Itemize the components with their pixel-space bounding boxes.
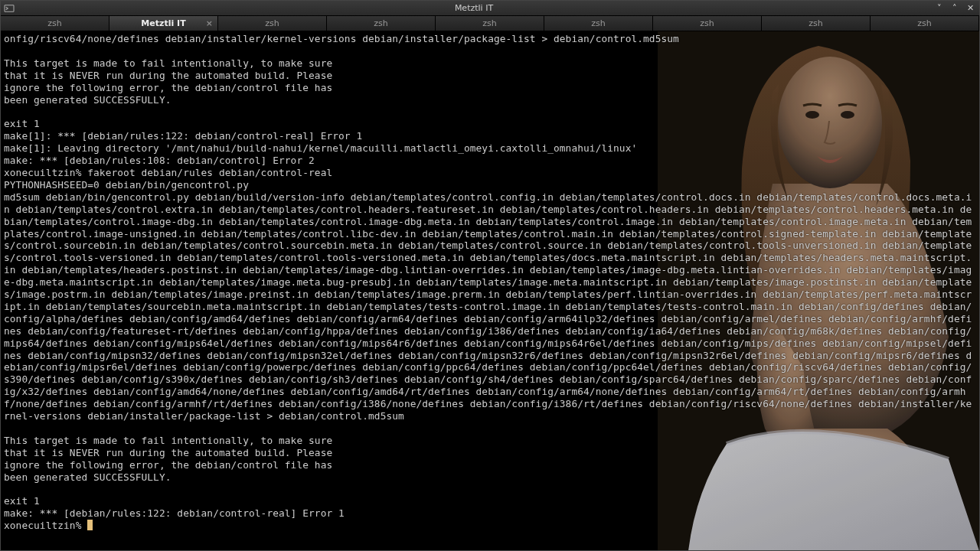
tab-1[interactable]: Metztli IT× [109, 16, 218, 31]
cursor [87, 520, 93, 530]
terminal-viewport[interactable]: onfig/riscv64/none/defines debian/instal… [1, 31, 979, 550]
tab-label: zsh [265, 18, 279, 28]
tab-label: zsh [591, 18, 605, 28]
close-button[interactable]: ✕ [964, 3, 976, 14]
tab-label: zsh [917, 18, 931, 28]
window-title: Metztli IT [15, 3, 933, 13]
tab-7[interactable]: zsh [762, 16, 871, 31]
maximize-button[interactable]: ˄ [949, 3, 961, 14]
tab-8[interactable]: zsh [871, 16, 979, 31]
app-icon [4, 4, 15, 13]
tab-2[interactable]: zsh [218, 16, 327, 31]
minimize-button[interactable]: ˅ [933, 3, 946, 14]
tab-label: Metztli IT [141, 18, 185, 28]
svg-rect-0 [5, 5, 14, 11]
tab-5[interactable]: zsh [544, 16, 653, 31]
tab-label: zsh [374, 18, 387, 28]
terminal-output: onfig/riscv64/none/defines debian/instal… [4, 33, 976, 532]
tab-close-icon[interactable]: × [206, 18, 213, 28]
tab-0[interactable]: zsh [1, 16, 109, 31]
terminal-window: Metztli IT ˅ ˄ ✕ zshMetztli IT×zshzshzsh… [0, 0, 980, 551]
tab-label: zsh [482, 18, 496, 28]
tab-label: zsh [808, 18, 822, 28]
tab-4[interactable]: zsh [436, 16, 544, 31]
tab-3[interactable]: zsh [327, 16, 436, 31]
tab-6[interactable]: zsh [653, 16, 762, 31]
tab-label: zsh [47, 18, 61, 28]
tab-label: zsh [700, 18, 714, 28]
titlebar[interactable]: Metztli IT ˅ ˄ ✕ [1, 1, 979, 16]
tab-bar: zshMetztli IT×zshzshzshzshzshzshzsh [1, 16, 979, 31]
